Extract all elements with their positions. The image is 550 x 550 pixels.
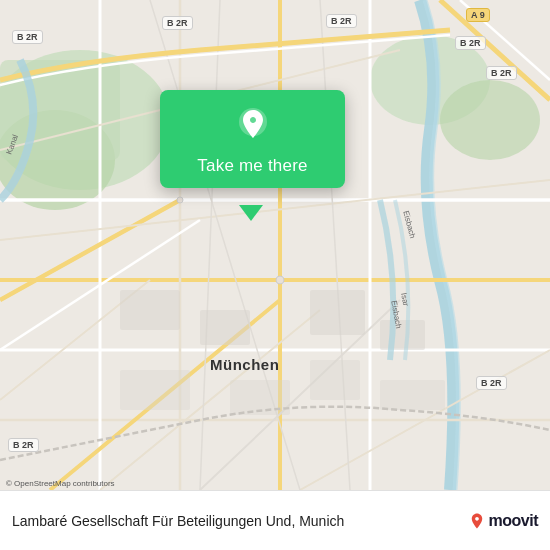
svg-point-5 — [440, 80, 540, 160]
road-label-b2r-tc: B 2R — [162, 16, 193, 30]
svg-rect-36 — [380, 380, 445, 410]
road-label-b2r-br: B 2R — [476, 376, 507, 390]
svg-rect-33 — [120, 370, 190, 410]
svg-point-38 — [177, 197, 183, 203]
location-popup[interactable]: Take me there — [160, 90, 345, 188]
road-label-b2r-tr3: B 2R — [486, 66, 517, 80]
svg-point-37 — [276, 276, 284, 284]
svg-rect-29 — [120, 290, 180, 330]
svg-rect-30 — [200, 310, 250, 345]
map-background — [0, 0, 550, 490]
moovit-text: moovit — [489, 512, 538, 530]
popup-tail — [239, 205, 263, 221]
city-label: München — [210, 356, 279, 373]
road-label-b2r-tr: B 2R — [326, 14, 357, 28]
moovit-pin-icon — [468, 512, 486, 530]
road-label-b2r-tr2: B 2R — [455, 36, 486, 50]
map-attribution: © OpenStreetMap contributors — [6, 479, 115, 488]
svg-rect-31 — [310, 290, 365, 335]
bottom-bar: Lambaré Gesellschaft Für Beteiligungen U… — [0, 490, 550, 550]
moovit-logo: moovit — [468, 512, 538, 530]
svg-rect-35 — [310, 360, 360, 400]
pin-icon — [231, 104, 275, 148]
location-text: Lambaré Gesellschaft Für Beteiligungen U… — [12, 513, 460, 529]
take-me-there-label: Take me there — [197, 156, 307, 176]
road-label-a9: A 9 — [466, 8, 490, 22]
road-label-b2r-bl: B 2R — [8, 438, 39, 452]
road-label-b2r-tl: B 2R — [12, 30, 43, 44]
map-container: B 2R B 2R B 2R B 2R B 2R A 9 B 2R B 2R M… — [0, 0, 550, 490]
